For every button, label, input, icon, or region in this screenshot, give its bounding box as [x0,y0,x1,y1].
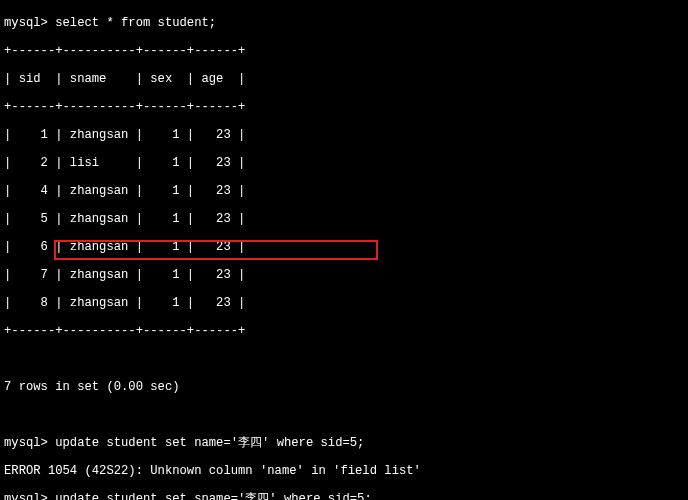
table-row: | 4 | zhangsan | 1 | 23 | [4,184,684,198]
mysql-prompt: mysql> [4,16,55,30]
table-row: | 6 | zhangsan | 1 | 23 | [4,240,684,254]
table-border: +------+----------+------+------+ [4,100,684,114]
mysql-prompt: mysql> [4,492,55,500]
table-row: | 2 | lisi | 1 | 23 | [4,156,684,170]
table-border: +------+----------+------+------+ [4,44,684,58]
table-header: | sid | sname | sex | age | [4,72,684,86]
table-row: | 7 | zhangsan | 1 | 23 | [4,268,684,282]
result-summary: 7 rows in set (0.00 sec) [4,380,684,394]
table-row: | 1 | zhangsan | 1 | 23 | [4,128,684,142]
table-border: +------+----------+------+------+ [4,324,684,338]
terminal-output[interactable]: mysql> select * from student; +------+--… [0,0,688,500]
table-row: | 8 | zhangsan | 1 | 23 | [4,296,684,310]
blank-line [4,352,684,366]
table-row: | 5 | zhangsan | 1 | 23 | [4,212,684,226]
blank-line [4,408,684,422]
sql-query-highlighted: update student set sname='李四' where sid=… [55,492,372,500]
error-message: ERROR 1054 (42S22): Unknown column 'name… [4,464,684,478]
mysql-prompt: mysql> [4,436,55,450]
sql-query: update student set name='李四' where sid=5… [55,436,364,450]
sql-query: select * from student; [55,16,216,30]
